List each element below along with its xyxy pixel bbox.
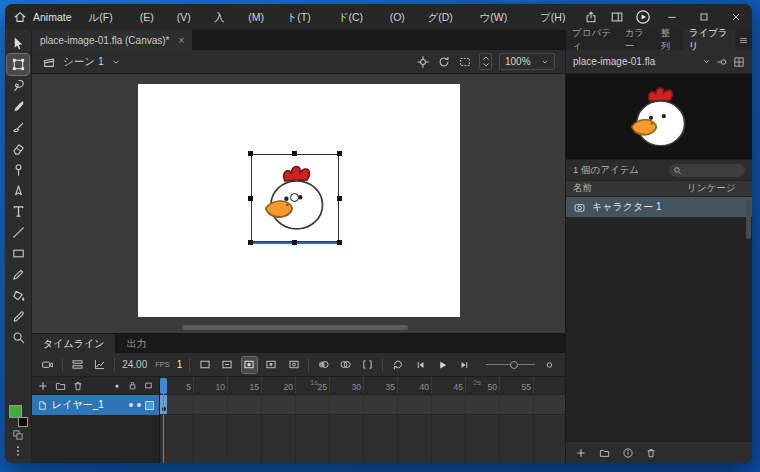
asset-warp-tool-icon[interactable] — [7, 159, 29, 180]
camera-icon[interactable] — [40, 357, 55, 373]
tab-output[interactable]: 出力 — [115, 334, 157, 353]
column-linkage[interactable]: リンケージ — [687, 182, 745, 195]
rotation-tool-icon[interactable] — [437, 55, 451, 69]
ruler-number[interactable]: 15 — [228, 377, 262, 394]
layer-lock-dot[interactable] — [137, 403, 141, 407]
ruler-number[interactable]: 30 — [330, 377, 364, 394]
outline-all-layers-icon[interactable] — [143, 380, 154, 391]
frame-area[interactable]: 5 10 15 20 25 30 35 40 45 50 55 1s — [160, 377, 565, 463]
delete-item-button[interactable] — [645, 447, 657, 459]
selection-handle[interactable] — [248, 151, 253, 156]
item-properties-button[interactable] — [622, 447, 634, 459]
layer-visible-dot[interactable] — [129, 403, 133, 407]
paint-bucket-tool-icon[interactable] — [7, 285, 29, 306]
selection-handle[interactable] — [248, 240, 253, 245]
edit-multiple-frames-icon[interactable] — [360, 357, 375, 373]
onion-skin-outline-icon[interactable] — [338, 357, 353, 373]
frame-ruler[interactable]: 5 10 15 20 25 30 35 40 45 50 55 1s — [160, 377, 565, 395]
selection-handle[interactable] — [248, 196, 253, 201]
selection-handle[interactable] — [337, 196, 342, 201]
lock-all-layers-icon[interactable] — [127, 380, 138, 391]
stage[interactable] — [138, 84, 460, 317]
home-icon[interactable] — [13, 10, 27, 24]
show-all-layers-icon[interactable] — [112, 381, 122, 391]
auto-keyframe-icon[interactable] — [242, 357, 257, 373]
line-tool-icon[interactable] — [7, 222, 29, 243]
pen-tool-icon[interactable] — [7, 180, 29, 201]
text-tool-icon[interactable] — [7, 201, 29, 222]
default-colors-icon[interactable] — [12, 429, 24, 441]
delete-layer-icon[interactable] — [72, 380, 84, 392]
document-chevron-icon[interactable] — [702, 57, 711, 66]
edit-scene-icon[interactable] — [42, 55, 56, 69]
new-folder-button[interactable] — [598, 447, 611, 459]
step-forward-icon[interactable] — [457, 357, 472, 373]
new-library-panel-icon[interactable] — [733, 56, 745, 68]
ruler-number[interactable]: 10 — [194, 377, 228, 394]
lasso-tool-icon[interactable] — [7, 75, 29, 96]
layer-frame-row[interactable] — [160, 395, 565, 415]
ruler-number[interactable]: 20 — [262, 377, 296, 394]
library-search-input[interactable] — [669, 164, 745, 177]
layer-parenting-icon[interactable] — [70, 357, 85, 373]
selection-tool-icon[interactable] — [7, 33, 29, 54]
free-transform-tool-icon[interactable] — [7, 54, 29, 75]
clip-content-icon[interactable] — [458, 55, 472, 69]
layer-name[interactable]: レイヤー_1 — [52, 398, 104, 412]
onion-skin-icon[interactable] — [316, 357, 331, 373]
eyedropper-tool-icon[interactable] — [7, 306, 29, 327]
step-back-icon[interactable] — [412, 357, 427, 373]
zoom-select[interactable]: 100% — [499, 53, 555, 70]
ruler-number[interactable]: 50 — [466, 377, 500, 394]
ruler-number[interactable]: 45 — [432, 377, 466, 394]
play-button[interactable] — [435, 357, 450, 373]
tab-properties[interactable]: プロパティ — [566, 30, 619, 50]
pin-library-icon[interactable] — [716, 56, 728, 68]
fps-value[interactable]: 24.00 — [122, 359, 147, 370]
timeline-options-icon[interactable] — [542, 357, 557, 373]
selection-handle[interactable] — [337, 151, 342, 156]
selection-handle[interactable] — [337, 240, 342, 245]
library-item-row[interactable]: キャラクター 1 — [566, 197, 752, 217]
zoom-tool-icon[interactable] — [7, 327, 29, 348]
eraser-tool-icon[interactable] — [7, 138, 29, 159]
scene-name[interactable]: シーン 1 — [63, 55, 104, 69]
add-layer-icon[interactable] — [37, 380, 49, 392]
tab-timeline[interactable]: タイムライン — [32, 334, 115, 353]
tab-color[interactable]: カラー — [619, 30, 655, 50]
new-symbol-button[interactable] — [575, 447, 587, 459]
playhead[interactable] — [160, 378, 167, 394]
library-scrollbar[interactable] — [746, 199, 751, 239]
tab-library[interactable]: ライブラリ — [683, 30, 736, 50]
timeline-zoom-slider[interactable] — [486, 358, 535, 372]
panel-menu-icon[interactable] — [735, 30, 752, 50]
loop-icon[interactable] — [390, 357, 405, 373]
current-frame[interactable]: 1 — [177, 359, 183, 370]
tab-close-icon[interactable]: × — [179, 35, 185, 46]
transform-point[interactable] — [290, 193, 299, 202]
layer-outline-color[interactable] — [145, 401, 154, 410]
stroke-color-swatch[interactable] — [18, 417, 28, 427]
tab-align[interactable]: 整列 — [655, 30, 683, 50]
classic-brush-tool-icon[interactable] — [7, 117, 29, 138]
remove-frame-icon[interactable] — [219, 357, 234, 373]
layer-row[interactable]: レイヤー_1 — [32, 395, 159, 415]
selection-handle[interactable] — [292, 240, 297, 245]
fluid-brush-tool-icon[interactable] — [7, 96, 29, 117]
scene-chevron-down-icon[interactable] — [111, 57, 121, 67]
rectangle-tool-icon[interactable] — [7, 243, 29, 264]
center-stage-icon[interactable] — [416, 55, 430, 69]
ruler-number[interactable]: 55 — [500, 377, 534, 394]
ruler-number[interactable]: 35 — [364, 377, 398, 394]
selection-bounding-box[interactable] — [251, 154, 339, 242]
pasteboard[interactable] — [32, 74, 565, 333]
add-folder-icon[interactable] — [54, 380, 67, 392]
horizontal-scrollbar[interactable] — [182, 325, 408, 330]
graph-editor-icon[interactable] — [92, 357, 107, 373]
library-document-name[interactable]: place-image-01.fla — [573, 56, 697, 67]
insert-blank-keyframe-icon[interactable] — [286, 357, 301, 373]
zoom-stepper[interactable] — [479, 53, 492, 70]
edit-toolbar-icon[interactable] — [12, 445, 24, 457]
column-name[interactable]: 名前 — [573, 182, 687, 195]
ruler-number[interactable]: 40 — [398, 377, 432, 394]
